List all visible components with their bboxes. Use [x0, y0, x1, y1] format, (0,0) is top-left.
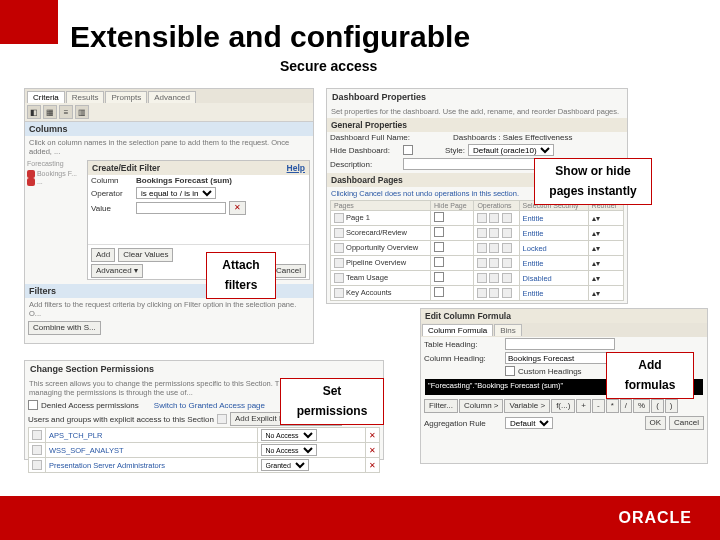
pages-table: Pages Hide Page Operations Selection Sec… — [330, 200, 624, 301]
delete-icon[interactable] — [489, 213, 499, 223]
agg-select[interactable]: Default — [505, 417, 553, 429]
rename-icon[interactable] — [477, 258, 487, 268]
formula-op-button[interactable]: Filter... — [424, 399, 458, 413]
sec-general: General Properties — [327, 118, 627, 132]
combine-button[interactable]: Combine with S... — [28, 321, 101, 335]
formula-op-button[interactable]: Column > — [459, 399, 503, 413]
perm-icon[interactable] — [502, 288, 512, 298]
switch-link[interactable]: Switch to Granted Access page — [154, 401, 265, 410]
formula-ok[interactable]: OK — [645, 416, 667, 430]
clear-button[interactable]: Clear Values — [118, 248, 173, 262]
advanced-button[interactable]: Advanced ▾ — [91, 264, 143, 278]
perm-icon[interactable] — [502, 258, 512, 268]
down-icon[interactable]: ▾ — [596, 259, 600, 268]
down-icon[interactable]: ▾ — [596, 214, 600, 223]
custom-check[interactable] — [505, 366, 515, 376]
style-select[interactable]: Default (oracle10) — [468, 144, 554, 156]
th-input[interactable] — [505, 338, 615, 350]
dp-title: Dashboard Properties — [332, 92, 426, 102]
hide-checkbox[interactable] — [403, 145, 413, 155]
page-icon — [334, 243, 344, 253]
perm-select[interactable]: No Access — [261, 429, 317, 441]
tab-bins[interactable]: Bins — [494, 324, 522, 336]
table-row: Opportunity Overview Locked ▴▾ — [331, 241, 624, 256]
hide-page-check[interactable] — [434, 257, 444, 267]
tab-prompts[interactable]: Prompts — [105, 91, 147, 103]
add-button[interactable]: Add — [91, 248, 115, 262]
help-link[interactable]: Help — [287, 163, 305, 173]
icon-tool-b[interactable]: ▦ — [43, 105, 57, 119]
red-dot-icon — [27, 178, 35, 186]
icon-tool-c[interactable]: ≡ — [59, 105, 73, 119]
filter-dialog-title: Create/Edit Filter — [92, 163, 160, 173]
perm-table: APS_TCH_PLR No Access ✕ WSS_SOF_ANALYST … — [28, 427, 380, 473]
formula-op-button[interactable]: % — [633, 399, 650, 413]
rename-icon[interactable] — [477, 288, 487, 298]
ch-input[interactable] — [505, 352, 615, 364]
rename-icon[interactable] — [477, 228, 487, 238]
perm-icon[interactable] — [502, 273, 512, 283]
formula-op-button[interactable]: / — [620, 399, 632, 413]
formula-op-button[interactable]: Variable > — [504, 399, 550, 413]
formula-cancel[interactable]: Cancel — [669, 416, 704, 430]
operator-select[interactable]: is equal to / is in — [136, 187, 216, 199]
perm-icon[interactable] — [502, 213, 512, 223]
rename-icon[interactable] — [477, 213, 487, 223]
icon-tool-a[interactable]: ◧ — [27, 105, 41, 119]
down-icon[interactable]: ▾ — [596, 274, 600, 283]
rename-icon[interactable] — [477, 273, 487, 283]
delete-icon[interactable] — [489, 243, 499, 253]
page-icon — [334, 273, 344, 283]
formula-op-button[interactable]: + — [576, 399, 591, 413]
slide-title: Extensible and configurable — [70, 20, 470, 54]
table-row: Key Accounts Entitle ▴▾ — [331, 286, 624, 301]
perm-select[interactable]: No Access — [261, 444, 317, 456]
lbl-agg: Aggregation Rule — [424, 419, 502, 428]
callout-attach: Attach filters — [206, 252, 276, 299]
remove-icon[interactable]: ✕ — [369, 446, 376, 455]
group-icon — [32, 430, 42, 440]
rename-icon[interactable] — [477, 243, 487, 253]
lbl-operator: Operator — [91, 189, 133, 198]
tabstrip-1: Criteria Results Prompts Advanced — [25, 89, 313, 103]
page-icon — [334, 213, 344, 223]
side-item-2[interactable]: ... — [27, 178, 85, 186]
hide-page-check[interactable] — [434, 242, 444, 252]
mode-radio[interactable] — [28, 400, 38, 410]
tab-criteria[interactable]: Criteria — [27, 91, 65, 103]
icon-tool-d[interactable]: ▥ — [75, 105, 89, 119]
delete-icon[interactable] — [489, 273, 499, 283]
tab-formula[interactable]: Column Formula — [422, 324, 493, 336]
perm-icon[interactable] — [502, 243, 512, 253]
callout-set: Set permissions — [280, 378, 384, 425]
formula-op-button[interactable]: - — [592, 399, 605, 413]
hide-page-check[interactable] — [434, 287, 444, 297]
hide-page-check[interactable] — [434, 227, 444, 237]
hide-page-check[interactable] — [434, 212, 444, 222]
remove-icon[interactable]: ✕ — [369, 461, 376, 470]
panel-createfilter: Criteria Results Prompts Advanced ◧ ▦ ≡ … — [24, 88, 314, 344]
formula-op-button[interactable]: * — [606, 399, 619, 413]
delete-icon[interactable] — [489, 258, 499, 268]
perm-icon[interactable] — [502, 228, 512, 238]
tab-advanced[interactable]: Advanced — [148, 91, 196, 103]
cancel-button[interactable]: Cancel — [271, 264, 306, 278]
formula-op-button[interactable]: f(...) — [551, 399, 575, 413]
perm-select[interactable]: Granted — [261, 459, 309, 471]
value-input[interactable] — [136, 202, 226, 214]
down-icon[interactable]: ▾ — [596, 229, 600, 238]
remove-icon[interactable]: ✕ — [369, 431, 376, 440]
mode-label: Denied Access permissions — [41, 401, 139, 410]
side-item-1[interactable]: Bookings F... — [27, 170, 85, 178]
table-row: WSS_SOF_ANALYST No Access ✕ — [29, 443, 380, 458]
formula-op-button[interactable]: ) — [665, 399, 678, 413]
hide-page-check[interactable] — [434, 272, 444, 282]
down-icon[interactable]: ▾ — [596, 289, 600, 298]
table-row: Presentation Server Administrators Grant… — [29, 458, 380, 473]
delete-icon[interactable] — [489, 228, 499, 238]
formula-op-button[interactable]: ( — [651, 399, 664, 413]
tab-results[interactable]: Results — [66, 91, 105, 103]
down-icon[interactable]: ▾ — [596, 244, 600, 253]
delete-value-button[interactable]: ✕ — [229, 201, 246, 215]
delete-icon[interactable] — [489, 288, 499, 298]
